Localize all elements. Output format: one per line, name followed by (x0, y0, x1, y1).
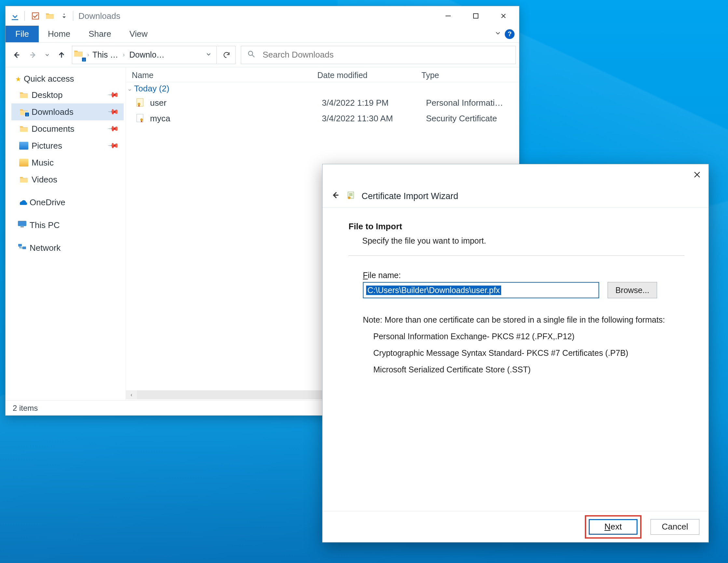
sidebar-item-label: This PC (30, 220, 60, 230)
svg-rect-4 (474, 14, 478, 18)
file-name-input[interactable]: C:\Users\Builder\Downloads\user.pfx (363, 282, 599, 298)
nav-forward-button[interactable] (25, 47, 41, 63)
sidebar-item-network[interactable]: Network (11, 240, 124, 256)
format-pfx: Personal Information Exchange- PKCS #12 … (373, 332, 684, 341)
quick-access-label: Quick access (24, 74, 74, 84)
wizard-titlebar[interactable] (323, 164, 708, 185)
file-date: 3/4/2022 11:30 AM (322, 114, 426, 124)
checkbox-icon[interactable] (29, 9, 42, 22)
thispc-icon (17, 220, 27, 231)
close-button[interactable] (489, 8, 517, 24)
quick-access-toolbar (7, 9, 71, 22)
scroll-left-button[interactable]: ‹ (126, 390, 137, 399)
explorer-titlebar[interactable]: Downloads (6, 6, 519, 26)
file-name: user (150, 98, 322, 108)
file-name: myca (150, 114, 322, 124)
format-p7b: Cryptographic Message Syntax Standard- P… (373, 348, 684, 358)
file-row-user[interactable]: user 3/4/2022 1:19 PM Personal Informati… (126, 95, 519, 111)
tab-home[interactable]: Home (39, 26, 79, 42)
certificate-icon (135, 113, 145, 124)
svg-point-13 (140, 118, 143, 121)
certificate-pfx-icon (135, 98, 145, 108)
nav-up-button[interactable] (54, 47, 69, 63)
sidebar-item-music[interactable]: Music (11, 154, 124, 171)
sidebar-item-onedrive[interactable]: OneDrive (11, 194, 124, 211)
sidebar-item-label: Network (30, 243, 61, 253)
wizard-back-button[interactable] (330, 190, 340, 202)
svg-rect-6 (18, 221, 26, 226)
minimize-button[interactable] (434, 8, 462, 24)
group-header-today[interactable]: ⌄ Today (2) (126, 82, 519, 95)
divider (349, 255, 684, 256)
chevron-right-icon[interactable]: › (85, 51, 91, 58)
folder-icon (19, 91, 28, 99)
folder-icon (19, 125, 28, 133)
address-dropdown-icon[interactable] (205, 50, 215, 60)
file-date: 3/4/2022 1:19 PM (322, 98, 426, 108)
section-heading: File to Import (349, 222, 684, 232)
sidebar-item-pictures[interactable]: Pictures 📌 (11, 137, 124, 154)
svg-rect-8 (18, 244, 22, 247)
column-name[interactable]: Name (132, 71, 317, 80)
column-type[interactable]: Type (421, 71, 516, 80)
folder-icon: ↓ (19, 108, 28, 116)
maximize-button[interactable] (462, 8, 489, 24)
refresh-button[interactable] (217, 46, 236, 64)
browse-button[interactable]: Browse... (608, 282, 657, 298)
folder-icon[interactable] (43, 9, 57, 22)
svg-rect-10 (137, 99, 143, 106)
ribbon-collapse-icon[interactable] (494, 30, 501, 39)
star-icon: ★ (15, 75, 21, 83)
address-bar[interactable]: ↓ › This … › Downlo… (72, 46, 217, 64)
sidebar-item-downloads[interactable]: ↓ Downloads 📌 (11, 103, 124, 120)
pictures-folder-icon (19, 142, 28, 150)
sidebar-item-thispc[interactable]: This PC (11, 217, 124, 234)
nav-recent-dropdown[interactable] (41, 47, 53, 63)
column-date[interactable]: Date modified (317, 71, 421, 80)
breadcrumb-downloads[interactable]: Downlo… (128, 50, 166, 60)
file-name-value: C:\Users\Builder\Downloads\user.pfx (366, 285, 501, 295)
tab-view[interactable]: View (120, 26, 157, 42)
search-box[interactable] (241, 46, 516, 64)
sidebar-item-desktop[interactable]: Desktop 📌 (11, 87, 124, 103)
svg-point-5 (248, 51, 253, 55)
sidebar-item-videos[interactable]: Videos (11, 171, 124, 188)
ribbon-tabs: File Home Share View ? (6, 26, 519, 43)
sidebar-item-label: Pictures (32, 141, 62, 151)
sidebar-item-label: Desktop (32, 90, 62, 100)
svg-point-15 (348, 197, 350, 199)
sidebar-item-label: OneDrive (30, 198, 65, 208)
qat-customize-icon[interactable] (57, 9, 71, 22)
wizard-footer: Next Cancel (323, 511, 708, 542)
column-headers[interactable]: Name Date modified Type (126, 67, 519, 82)
videos-folder-icon (19, 176, 28, 184)
tab-share[interactable]: Share (79, 26, 120, 42)
network-icon (17, 243, 27, 254)
window-controls (434, 8, 517, 24)
cancel-button[interactable]: Cancel (651, 519, 699, 535)
tab-file[interactable]: File (6, 26, 39, 42)
chevron-right-icon[interactable]: › (121, 51, 127, 58)
svg-rect-0 (12, 19, 18, 20)
navigation-pane: ★ Quick access Desktop 📌 ↓ Downloads 📌 D… (6, 67, 126, 400)
search-input[interactable] (263, 50, 510, 60)
svg-rect-2 (64, 14, 65, 15)
svg-rect-1 (32, 13, 39, 19)
svg-rect-7 (21, 227, 24, 227)
sidebar-item-documents[interactable]: Documents 📌 (11, 120, 124, 137)
file-row-myca[interactable]: myca 3/4/2022 11:30 AM Security Certific… (126, 111, 519, 126)
nav-back-button[interactable] (9, 47, 24, 63)
wizard-title: Certificate Import Wizard (362, 191, 458, 201)
next-button[interactable]: Next (589, 519, 638, 535)
item-count: 2 items (13, 404, 38, 413)
wizard-header: Certificate Import Wizard (323, 185, 708, 208)
sidebar-quick-access[interactable]: ★ Quick access (11, 72, 124, 87)
wizard-install-icon (346, 191, 356, 202)
help-icon[interactable]: ? (505, 29, 515, 39)
file-type: Security Certificate (426, 114, 519, 124)
close-button[interactable] (689, 167, 705, 183)
chevron-down-icon: ⌄ (127, 85, 132, 92)
address-folder-icon: ↓ (74, 49, 85, 61)
sidebar-item-label: Downloads (32, 107, 74, 117)
breadcrumb-thispc[interactable]: This … (91, 50, 119, 60)
